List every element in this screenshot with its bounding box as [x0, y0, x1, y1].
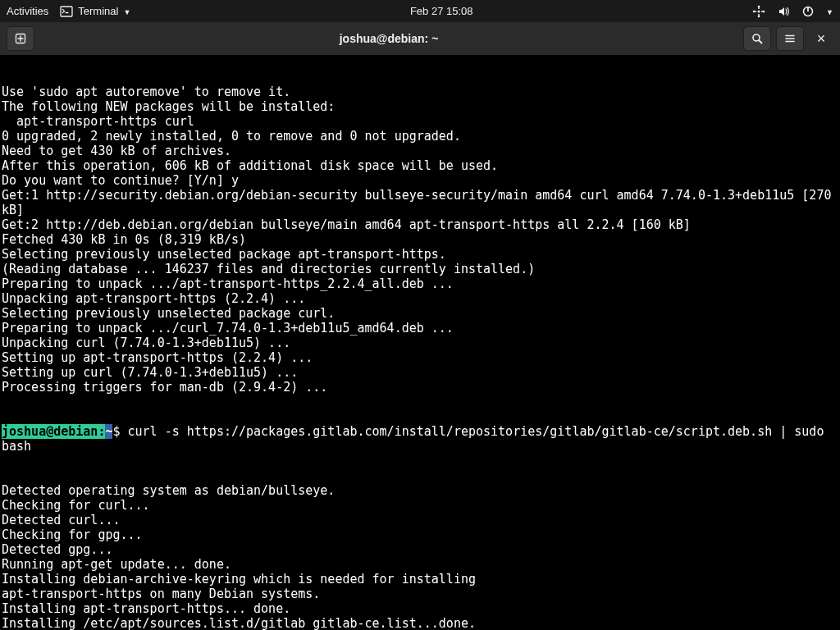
terminal-line: Installing apt-transport-https... done. — [2, 601, 838, 616]
terminal-line: Do you want to continue? [Y/n] y — [2, 173, 838, 188]
app-menu-label: Terminal — [78, 5, 118, 17]
terminal-line: Setting up curl (7.74.0-1.3+deb11u5) ... — [2, 365, 838, 380]
terminal-output-block-1: Use 'sudo apt autoremove' to remove it.T… — [2, 84, 838, 395]
terminal-line: Processing triggers for man-db (2.9.4-2)… — [2, 380, 838, 395]
search-icon — [751, 32, 764, 45]
terminal-line: Need to get 430 kB of archives. — [2, 144, 838, 158]
menu-button[interactable] — [776, 26, 804, 51]
prompt-dollar: $ — [112, 424, 127, 439]
terminal-line: Get:1 http://security.debian.org/debian-… — [2, 188, 838, 217]
terminal-line: Checking for gpg... — [2, 527, 838, 542]
new-tab-button[interactable] — [7, 26, 34, 51]
terminal-line: Running apt-get update... done. — [2, 557, 838, 572]
terminal-viewport[interactable]: Use 'sudo apt autoremove' to remove it.T… — [0, 55, 840, 630]
search-button[interactable] — [743, 26, 771, 51]
svg-rect-0 — [61, 7, 72, 16]
terminal-line: Preparing to unpack .../curl_7.74.0-1.3+… — [2, 321, 838, 336]
volume-icon[interactable] — [777, 5, 790, 18]
terminal-icon — [60, 5, 73, 18]
terminal-line: After this operation, 606 kB of addition… — [2, 158, 838, 173]
prompt-line-1: joshua@debian:~$ curl -s https://package… — [2, 424, 838, 454]
terminal-line: Fetched 430 kB in 0s (8,319 kB/s) — [2, 232, 838, 247]
terminal-line: apt-transport-https curl — [2, 114, 838, 129]
terminal-line: Unpacking apt-transport-https (2.2.4) ..… — [2, 291, 838, 306]
terminal-line: Checking for curl... — [2, 498, 838, 513]
terminal-line: Detected operating system as debian/bull… — [2, 483, 838, 498]
svg-line-10 — [759, 40, 762, 43]
terminal-line: Use 'sudo apt autoremove' to remove it. — [2, 84, 838, 99]
svg-point-2 — [758, 5, 760, 7]
terminal-line: Selecting previously unselected package … — [2, 306, 838, 321]
close-icon: × — [817, 30, 826, 48]
terminal-line: apt-transport-https on many Debian syste… — [2, 587, 838, 601]
activities-button[interactable]: Activities — [7, 5, 48, 17]
terminal-line: Detected gpg... — [2, 542, 838, 557]
power-icon[interactable] — [801, 5, 815, 18]
window-title: joshua@debian: ~ — [340, 32, 439, 45]
clock[interactable]: Feb 27 15:08 — [410, 5, 473, 17]
network-icon[interactable] — [752, 5, 765, 18]
system-menu-chevron-icon[interactable]: ▼ — [826, 8, 833, 16]
terminal-output-block-2: Detected operating system as debian/bull… — [2, 483, 838, 630]
terminal-titlebar: joshua@debian: ~ × — [0, 22, 840, 55]
app-menu[interactable]: Terminal ▼ — [60, 5, 130, 18]
gnome-top-bar: Activities Terminal ▼ Feb 27 15:08 ▼ — [0, 0, 840, 22]
close-button[interactable]: × — [809, 26, 833, 51]
svg-point-5 — [763, 10, 765, 12]
terminal-line: Setting up apt-transport-https (2.2.4) .… — [2, 350, 838, 365]
svg-point-3 — [758, 15, 760, 17]
terminal-line: Preparing to unpack .../apt-transport-ht… — [2, 276, 838, 291]
svg-point-4 — [753, 10, 756, 12]
terminal-line: (Reading database ... 146237 files and d… — [2, 262, 838, 276]
new-tab-icon — [14, 32, 27, 45]
svg-point-1 — [758, 10, 760, 12]
terminal-line: Unpacking curl (7.74.0-1.3+deb11u5) ... — [2, 336, 838, 350]
terminal-line: Installing /etc/apt/sources.list.d/gitla… — [2, 616, 838, 630]
chevron-down-icon: ▼ — [123, 8, 130, 16]
terminal-line: The following NEW packages will be insta… — [2, 99, 838, 114]
terminal-line: Selecting previously unselected package … — [2, 247, 838, 262]
terminal-line: 0 upgraded, 2 newly installed, 0 to remo… — [2, 129, 838, 144]
terminal-line: Get:2 http://deb.debian.org/debian bulls… — [2, 217, 838, 232]
hamburger-icon — [783, 32, 797, 45]
terminal-line: Installing debian-archive-keyring which … — [2, 572, 838, 587]
prompt-user: joshua@debian — [2, 424, 98, 439]
terminal-line: Detected curl... — [2, 513, 838, 527]
